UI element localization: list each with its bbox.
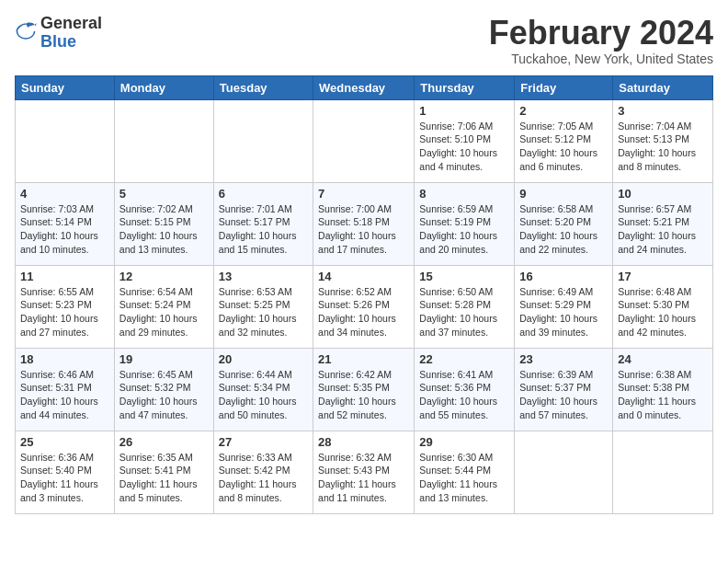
logo: General Blue (15, 15, 102, 52)
day-info: Sunrise: 7:01 AM Sunset: 5:17 PM Dayligh… (219, 202, 308, 257)
day-number: 14 (318, 270, 409, 283)
weekday-header-tuesday: Tuesday (213, 75, 313, 99)
weekday-header-monday: Monday (114, 75, 213, 99)
weekday-header-thursday: Thursday (415, 75, 515, 99)
calendar-cell (613, 431, 713, 513)
day-number: 24 (618, 352, 708, 366)
calendar-cell: 21Sunrise: 6:42 AM Sunset: 5:35 PM Dayli… (313, 348, 415, 431)
calendar-cell: 24Sunrise: 6:38 AM Sunset: 5:38 PM Dayli… (613, 348, 713, 431)
weekday-header-friday: Friday (515, 75, 613, 99)
calendar-cell: 27Sunrise: 6:33 AM Sunset: 5:42 PM Dayli… (213, 431, 313, 513)
day-info: Sunrise: 6:49 AM Sunset: 5:29 PM Dayligh… (519, 285, 608, 339)
weekday-header-saturday: Saturday (613, 75, 713, 99)
calendar-week-4: 18Sunrise: 6:46 AM Sunset: 5:31 PM Dayli… (16, 348, 713, 431)
day-number: 5 (119, 187, 209, 201)
calendar-cell: 29Sunrise: 6:30 AM Sunset: 5:44 PM Dayli… (415, 431, 515, 513)
day-info: Sunrise: 6:46 AM Sunset: 5:31 PM Dayligh… (20, 368, 109, 422)
calendar-week-1: 1Sunrise: 7:06 AM Sunset: 5:10 PM Daylig… (16, 99, 713, 182)
calendar-cell (515, 431, 613, 513)
day-number: 6 (219, 187, 308, 201)
calendar-cell: 13Sunrise: 6:53 AM Sunset: 5:25 PM Dayli… (213, 265, 313, 348)
calendar-week-5: 25Sunrise: 6:36 AM Sunset: 5:40 PM Dayli… (16, 431, 713, 513)
day-number: 15 (419, 270, 509, 283)
day-info: Sunrise: 6:30 AM Sunset: 5:44 PM Dayligh… (419, 451, 509, 505)
calendar-cell: 23Sunrise: 6:39 AM Sunset: 5:37 PM Dayli… (515, 348, 613, 431)
day-number: 21 (318, 352, 409, 366)
page-header: General Blue February 2024 Tuckahoe, New… (15, 15, 713, 66)
day-info: Sunrise: 7:05 AM Sunset: 5:12 PM Dayligh… (519, 120, 608, 174)
day-info: Sunrise: 7:06 AM Sunset: 5:10 PM Dayligh… (419, 120, 509, 174)
day-number: 19 (119, 352, 209, 366)
calendar-week-2: 4Sunrise: 7:03 AM Sunset: 5:14 PM Daylig… (16, 182, 713, 265)
weekday-header-sunday: Sunday (16, 75, 115, 99)
calendar-cell: 28Sunrise: 6:32 AM Sunset: 5:43 PM Dayli… (313, 431, 415, 513)
day-number: 25 (20, 435, 109, 449)
calendar-cell: 17Sunrise: 6:48 AM Sunset: 5:30 PM Dayli… (613, 265, 713, 348)
day-info: Sunrise: 6:44 AM Sunset: 5:34 PM Dayligh… (219, 368, 308, 422)
weekday-header-row: SundayMondayTuesdayWednesdayThursdayFrid… (16, 75, 713, 99)
day-info: Sunrise: 6:42 AM Sunset: 5:35 PM Dayligh… (318, 368, 409, 422)
day-number: 29 (419, 435, 509, 449)
calendar-cell: 3Sunrise: 7:04 AM Sunset: 5:13 PM Daylig… (613, 99, 713, 182)
day-info: Sunrise: 6:52 AM Sunset: 5:26 PM Dayligh… (318, 285, 409, 339)
day-number: 27 (219, 435, 308, 449)
day-number: 16 (519, 270, 608, 283)
day-number: 13 (219, 270, 308, 283)
day-info: Sunrise: 6:36 AM Sunset: 5:40 PM Dayligh… (20, 451, 109, 505)
calendar-cell: 4Sunrise: 7:03 AM Sunset: 5:14 PM Daylig… (16, 182, 115, 265)
day-number: 7 (318, 187, 409, 201)
day-number: 28 (318, 435, 409, 449)
calendar-cell: 7Sunrise: 7:00 AM Sunset: 5:18 PM Daylig… (313, 182, 415, 265)
day-info: Sunrise: 6:54 AM Sunset: 5:24 PM Dayligh… (119, 285, 209, 339)
day-number: 3 (618, 104, 708, 118)
calendar-cell: 5Sunrise: 7:02 AM Sunset: 5:15 PM Daylig… (114, 182, 213, 265)
day-info: Sunrise: 6:41 AM Sunset: 5:36 PM Dayligh… (419, 368, 509, 422)
day-info: Sunrise: 6:48 AM Sunset: 5:30 PM Dayligh… (618, 285, 708, 339)
day-number: 23 (519, 352, 608, 366)
day-number: 10 (618, 187, 708, 201)
title-block: February 2024 Tuckahoe, New York, United… (489, 15, 713, 66)
calendar-cell (114, 99, 213, 182)
calendar-cell: 8Sunrise: 6:59 AM Sunset: 5:19 PM Daylig… (415, 182, 515, 265)
calendar-cell: 9Sunrise: 6:58 AM Sunset: 5:20 PM Daylig… (515, 182, 613, 265)
calendar-cell: 2Sunrise: 7:05 AM Sunset: 5:12 PM Daylig… (515, 99, 613, 182)
calendar-cell: 25Sunrise: 6:36 AM Sunset: 5:40 PM Dayli… (16, 431, 115, 513)
calendar-cell: 1Sunrise: 7:06 AM Sunset: 5:10 PM Daylig… (415, 99, 515, 182)
logo-text: General Blue (40, 15, 102, 52)
calendar-cell: 12Sunrise: 6:54 AM Sunset: 5:24 PM Dayli… (114, 265, 213, 348)
day-info: Sunrise: 6:58 AM Sunset: 5:20 PM Dayligh… (519, 202, 608, 257)
weekday-header-wednesday: Wednesday (313, 75, 415, 99)
day-number: 1 (419, 104, 509, 118)
calendar-cell: 15Sunrise: 6:50 AM Sunset: 5:28 PM Dayli… (415, 265, 515, 348)
day-info: Sunrise: 6:32 AM Sunset: 5:43 PM Dayligh… (318, 451, 409, 505)
day-info: Sunrise: 7:03 AM Sunset: 5:14 PM Dayligh… (20, 202, 109, 257)
calendar-cell: 16Sunrise: 6:49 AM Sunset: 5:29 PM Dayli… (515, 265, 613, 348)
day-info: Sunrise: 6:35 AM Sunset: 5:41 PM Dayligh… (119, 451, 209, 505)
day-number: 17 (618, 270, 708, 283)
calendar-week-3: 11Sunrise: 6:55 AM Sunset: 5:23 PM Dayli… (16, 265, 713, 348)
calendar-cell: 11Sunrise: 6:55 AM Sunset: 5:23 PM Dayli… (16, 265, 115, 348)
day-number: 2 (519, 104, 608, 118)
day-info: Sunrise: 6:33 AM Sunset: 5:42 PM Dayligh… (219, 451, 308, 505)
calendar-cell: 19Sunrise: 6:45 AM Sunset: 5:32 PM Dayli… (114, 348, 213, 431)
day-number: 18 (20, 352, 109, 366)
day-number: 22 (419, 352, 509, 366)
logo-bird-icon (15, 20, 37, 42)
day-info: Sunrise: 6:39 AM Sunset: 5:37 PM Dayligh… (519, 368, 608, 422)
day-number: 20 (219, 352, 308, 366)
day-number: 4 (20, 187, 109, 201)
day-info: Sunrise: 6:53 AM Sunset: 5:25 PM Dayligh… (219, 285, 308, 339)
day-info: Sunrise: 6:38 AM Sunset: 5:38 PM Dayligh… (618, 368, 708, 422)
day-number: 8 (419, 187, 509, 201)
day-number: 11 (20, 270, 109, 283)
day-number: 26 (119, 435, 209, 449)
calendar-cell: 14Sunrise: 6:52 AM Sunset: 5:26 PM Dayli… (313, 265, 415, 348)
day-info: Sunrise: 6:50 AM Sunset: 5:28 PM Dayligh… (419, 285, 509, 339)
calendar-cell: 6Sunrise: 7:01 AM Sunset: 5:17 PM Daylig… (213, 182, 313, 265)
month-year-title: February 2024 (489, 15, 713, 52)
calendar-cell: 22Sunrise: 6:41 AM Sunset: 5:36 PM Dayli… (415, 348, 515, 431)
day-info: Sunrise: 7:02 AM Sunset: 5:15 PM Dayligh… (119, 202, 209, 257)
calendar-cell: 18Sunrise: 6:46 AM Sunset: 5:31 PM Dayli… (16, 348, 115, 431)
calendar-cell (213, 99, 313, 182)
calendar-cell: 26Sunrise: 6:35 AM Sunset: 5:41 PM Dayli… (114, 431, 213, 513)
